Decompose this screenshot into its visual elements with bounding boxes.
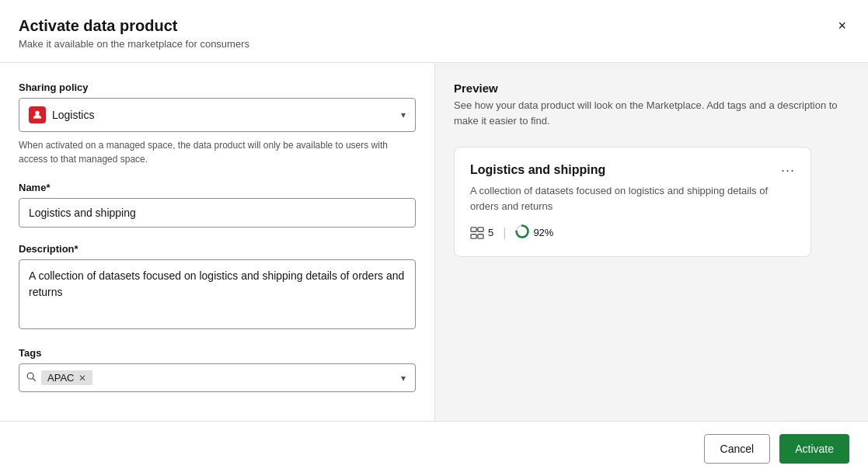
description-textarea[interactable]: A collection of datasets focused on logi… xyxy=(19,259,416,329)
preview-title: Preview xyxy=(454,82,849,95)
quality-icon xyxy=(515,224,529,241)
description-label: Description* xyxy=(19,243,416,255)
tags-chevron-icon: ▾ xyxy=(401,373,406,384)
name-label: Name* xyxy=(19,182,416,193)
right-panel: Preview See how your data product will l… xyxy=(435,63,868,421)
sharing-policy-select[interactable]: Logistics ▾ xyxy=(19,98,416,132)
preview-card: Logistics and shipping ··· A collection … xyxy=(454,147,811,257)
tags-group: Tags APAC ✕ ▾ xyxy=(19,347,416,392)
cancel-button[interactable]: Cancel xyxy=(704,434,771,464)
dataset-count-stat: 5 xyxy=(470,227,493,239)
quality-stat: 92% xyxy=(515,224,553,241)
close-button[interactable]: × xyxy=(835,16,849,36)
header-text: Activate data product Make it available … xyxy=(19,16,249,50)
quality-percent: 92% xyxy=(533,227,553,238)
name-group: Name* xyxy=(19,182,416,228)
dataset-icon xyxy=(470,227,484,239)
sharing-policy-group: Sharing policy Logistics ▾ When activate… xyxy=(19,82,416,166)
left-panel: Sharing policy Logistics ▾ When activate… xyxy=(0,63,435,421)
card-header: Logistics and shipping ··· xyxy=(470,163,795,177)
preview-subtitle: See how your data product will look on t… xyxy=(454,98,849,128)
tags-label: Tags xyxy=(19,347,416,359)
svg-rect-4 xyxy=(478,227,483,231)
card-stats: 5 | 92% xyxy=(470,224,795,241)
sharing-policy-value: Logistics xyxy=(52,109,94,121)
modal-title: Activate data product xyxy=(19,16,249,36)
svg-rect-5 xyxy=(471,234,476,238)
modal-subtitle: Make it available on the marketplace for… xyxy=(19,38,249,50)
modal-header: Activate data product Make it available … xyxy=(0,0,868,63)
stat-divider: | xyxy=(503,226,506,240)
activate-data-product-modal: Activate data product Make it available … xyxy=(0,0,868,476)
sharing-policy-note: When activated on a managed space, the d… xyxy=(19,138,416,166)
tag-apac: APAC ✕ xyxy=(41,370,92,385)
tag-label: APAC xyxy=(47,372,74,384)
svg-rect-6 xyxy=(478,234,483,238)
modal-body: Sharing policy Logistics ▾ When activate… xyxy=(0,63,868,421)
logistics-icon xyxy=(29,106,46,123)
sharing-policy-label: Sharing policy xyxy=(19,82,416,93)
more-options-icon[interactable]: ··· xyxy=(781,163,795,177)
tag-remove-apac[interactable]: ✕ xyxy=(78,373,86,384)
modal-footer: Cancel Activate xyxy=(0,421,868,476)
chevron-down-icon: ▾ xyxy=(401,109,406,120)
card-description: A collection of datasets focused on logi… xyxy=(470,183,795,214)
svg-rect-3 xyxy=(471,227,476,231)
svg-point-0 xyxy=(35,111,39,115)
dataset-count: 5 xyxy=(488,227,493,238)
activate-button[interactable]: Activate xyxy=(779,434,849,464)
description-group: Description* A collection of datasets fo… xyxy=(19,243,416,332)
search-icon xyxy=(26,371,37,384)
tags-input[interactable]: APAC ✕ ▾ xyxy=(19,363,416,392)
card-title: Logistics and shipping xyxy=(470,163,605,177)
name-input[interactable] xyxy=(19,198,416,228)
svg-line-2 xyxy=(33,378,35,380)
